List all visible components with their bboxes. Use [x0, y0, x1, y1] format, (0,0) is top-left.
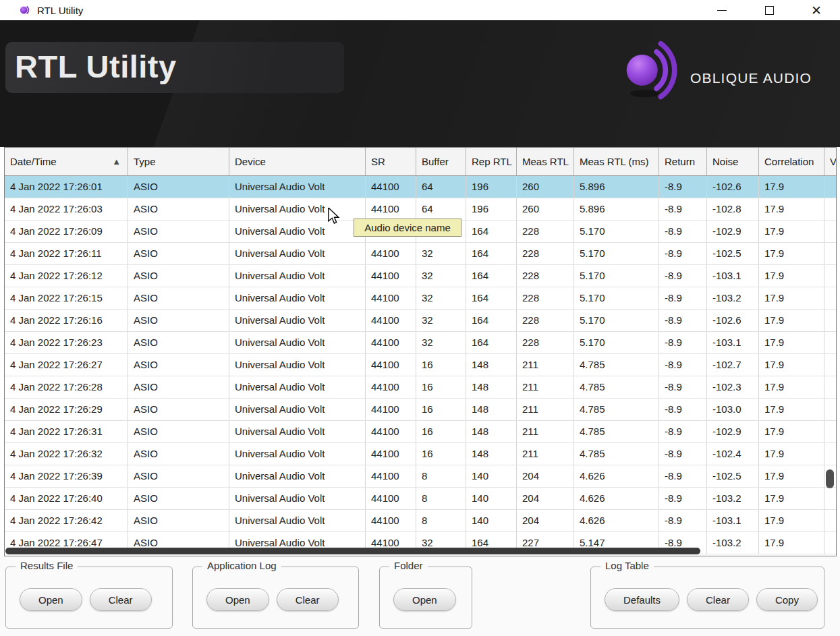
- column-header[interactable]: Date/Time▲: [5, 148, 128, 175]
- table-cell: -102.3: [707, 376, 759, 398]
- table-row[interactable]: 4 Jan 2022 17:26:42ASIOUniversal Audio V…: [5, 510, 836, 532]
- table-cell: 44100: [366, 176, 416, 198]
- table-cell: 17.9: [759, 221, 824, 242]
- table-cell-empty: [824, 310, 836, 331]
- table-cell-empty: [824, 510, 836, 531]
- table-cell: 148: [466, 399, 517, 420]
- table-row[interactable]: 4 Jan 2022 17:26:03ASIOUniversal Audio V…: [5, 198, 836, 221]
- folder-label: Folder: [389, 560, 428, 571]
- table-row[interactable]: 4 Jan 2022 17:26:32ASIOUniversal Audio V…: [5, 443, 836, 465]
- table-row[interactable]: 4 Jan 2022 17:26:15ASIOUniversal Audio V…: [5, 287, 836, 310]
- table-cell: 228: [517, 265, 574, 287]
- column-header[interactable]: Noise: [707, 148, 759, 175]
- title-plate: RTL Utility: [5, 42, 344, 93]
- table-cell: -103.1: [707, 510, 759, 531]
- table-cell: 17.9: [759, 332, 824, 353]
- column-header[interactable]: Device: [229, 148, 366, 175]
- table-row[interactable]: 4 Jan 2022 17:26:12ASIOUniversal Audio V…: [5, 265, 836, 287]
- table-cell: 44100: [366, 510, 416, 531]
- table-cell: 17.9: [759, 176, 824, 198]
- table-cell-empty: [824, 443, 836, 465]
- table-row[interactable]: 4 Jan 2022 17:26:28ASIOUniversal Audio V…: [5, 376, 836, 399]
- table-cell-empty: [824, 421, 836, 442]
- table-cell: 17.9: [759, 354, 824, 376]
- table-cell: Universal Audio Volt: [229, 287, 366, 309]
- table-row[interactable]: 4 Jan 2022 17:26:31ASIOUniversal Audio V…: [5, 421, 836, 443]
- table-cell: ASIO: [128, 265, 229, 287]
- log-table-copy-button[interactable]: Copy: [756, 588, 818, 611]
- table-cell-empty: [824, 221, 836, 242]
- folder-open-button[interactable]: Open: [393, 588, 456, 611]
- table-cell: 44100: [366, 376, 416, 398]
- horizontal-scrollbar-thumb[interactable]: [5, 548, 700, 554]
- log-table-clear-button[interactable]: Clear: [687, 588, 749, 611]
- column-header[interactable]: V: [824, 148, 836, 175]
- table-cell: Universal Audio Volt: [229, 221, 366, 242]
- close-button[interactable]: ✕: [793, 0, 840, 20]
- table-cell: ASIO: [128, 376, 229, 398]
- brand-name: OBLIQUE AUDIO: [690, 70, 812, 86]
- table-cell: -8.9: [659, 287, 707, 309]
- table-cell: -8.9: [659, 465, 707, 487]
- log-table-defaults-button[interactable]: Defaults: [605, 588, 679, 611]
- table-cell-empty: [824, 532, 836, 554]
- table-row[interactable]: 4 Jan 2022 17:26:40ASIOUniversal Audio V…: [5, 488, 836, 510]
- column-header[interactable]: Correlation: [759, 148, 824, 175]
- table-cell-empty: [824, 243, 836, 264]
- table-cell: 16: [416, 399, 466, 420]
- table-cell: 4 Jan 2022 17:26:23: [5, 332, 128, 353]
- table-cell: -102.6: [707, 310, 759, 331]
- table-cell: Universal Audio Volt: [229, 243, 366, 264]
- close-icon: ✕: [811, 4, 822, 17]
- table-cell: -102.5: [707, 465, 759, 487]
- table-cell: 4 Jan 2022 17:26:32: [5, 443, 128, 465]
- application-log-clear-button[interactable]: Clear: [277, 588, 339, 611]
- column-header-label: Meas RTL: [522, 156, 569, 167]
- table-cell: 17.9: [759, 510, 824, 531]
- table-cell: ASIO: [128, 221, 229, 242]
- table-cell: ASIO: [128, 243, 229, 264]
- table-row[interactable]: 4 Jan 2022 17:26:29ASIOUniversal Audio V…: [5, 399, 836, 421]
- column-header[interactable]: Return: [659, 148, 707, 175]
- table-cell-empty: [824, 265, 836, 287]
- table-cell: 4 Jan 2022 17:26:28: [5, 376, 128, 398]
- results-file-clear-button[interactable]: Clear: [90, 588, 152, 611]
- table-cell: 16: [416, 443, 466, 465]
- vertical-scrollbar-thumb[interactable]: [826, 469, 834, 488]
- column-header[interactable]: Buffer: [416, 148, 466, 175]
- table-cell: 228: [517, 221, 574, 242]
- column-header-label: Type: [134, 156, 156, 167]
- table-cell: 211: [517, 354, 574, 376]
- results-file-open-button[interactable]: Open: [20, 588, 82, 611]
- table-row[interactable]: 4 Jan 2022 17:26:39ASIOUniversal Audio V…: [5, 465, 836, 488]
- table-cell: 140: [466, 488, 517, 509]
- table-row[interactable]: 4 Jan 2022 17:26:16ASIOUniversal Audio V…: [5, 310, 836, 332]
- table-cell: -8.9: [659, 443, 707, 465]
- minimize-button[interactable]: [698, 0, 746, 20]
- column-header-label: Correlation: [764, 156, 814, 167]
- table-cell: 204: [517, 465, 574, 487]
- column-header[interactable]: SR: [366, 148, 416, 175]
- application-log-open-button[interactable]: Open: [206, 588, 269, 611]
- table-cell: -8.9: [659, 399, 707, 420]
- table-cell: -103.0: [707, 399, 759, 420]
- minimize-icon: [717, 10, 727, 11]
- column-header[interactable]: Meas RTL: [517, 148, 574, 175]
- table-cell: 204: [517, 488, 574, 509]
- column-header[interactable]: Meas RTL (ms): [574, 148, 659, 175]
- column-header[interactable]: Type: [128, 148, 229, 175]
- column-header[interactable]: Rep RTL: [466, 148, 517, 175]
- table-row[interactable]: 4 Jan 2022 17:26:01ASIOUniversal Audio V…: [5, 176, 836, 198]
- table-cell: 44100: [366, 465, 416, 487]
- table-cell: 211: [517, 443, 574, 465]
- table-cell: ASIO: [128, 443, 229, 465]
- maximize-button[interactable]: [746, 0, 793, 20]
- table-row[interactable]: 4 Jan 2022 17:26:23ASIOUniversal Audio V…: [5, 332, 836, 354]
- table-cell: ASIO: [128, 176, 229, 198]
- table-row[interactable]: 4 Jan 2022 17:26:27ASIOUniversal Audio V…: [5, 354, 836, 376]
- table-cell: 17.9: [759, 399, 824, 420]
- table-cell: 4 Jan 2022 17:26:15: [5, 287, 128, 309]
- table-row[interactable]: 4 Jan 2022 17:26:11ASIOUniversal Audio V…: [5, 243, 836, 265]
- table-cell: 140: [466, 465, 517, 487]
- table-cell: 211: [517, 421, 574, 442]
